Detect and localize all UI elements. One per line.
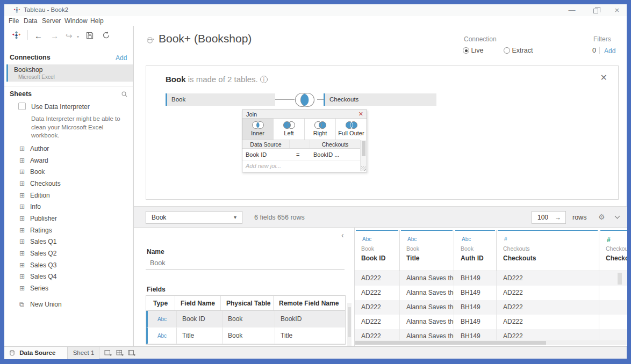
extract-radio[interactable]: Extract [504, 47, 533, 54]
save-button[interactable] [86, 32, 94, 39]
column-header-checkouts[interactable]: #CheckoutsCheckouts [599, 230, 627, 271]
sheet-item-sales-q4[interactable]: ⊞Sales Q4 [4, 271, 133, 283]
canvas-table-name: Book [166, 75, 186, 84]
connection-item-bookshop[interactable]: Bookshop Microsoft Excel [6, 64, 133, 82]
dropdown-caret-icon: ▾ [234, 212, 236, 223]
column-header-title[interactable]: AbcBookTitle [400, 230, 454, 271]
new-dashboard-button[interactable] [116, 350, 124, 356]
sheet-item-sales-q2[interactable]: ⊞Sales Q2 [4, 247, 133, 259]
status-bar: Data Source Sheet 1 [4, 346, 627, 359]
search-icon[interactable] [121, 91, 127, 97]
join-clause-left[interactable]: Book ID [246, 151, 267, 158]
string-type-icon: Abc [407, 236, 417, 242]
table-grid-icon: ⊞ [19, 227, 30, 234]
data-row: AD222Alanna Saves the DayBH149AD222 [355, 271, 627, 286]
menu-server[interactable]: Server [42, 17, 61, 25]
window-title: Tableau - Book2 [24, 6, 68, 13]
sheet-item-award[interactable]: ⊞Award [4, 155, 133, 166]
tab-sheet-1[interactable]: Sheet 1 [68, 347, 99, 359]
sheet-item-info[interactable]: ⊞Info [4, 201, 133, 213]
sheet-item-sales-q1[interactable]: ⊞Sales Q1 [4, 236, 133, 248]
new-story-button[interactable] [128, 350, 136, 356]
sheet-item-author[interactable]: ⊞Author [4, 143, 133, 155]
join-col-left-header: Data Source [242, 140, 290, 148]
menu-window[interactable]: Window [64, 17, 88, 25]
column-header-bookid-checkouts[interactable]: #CheckoutsCheckouts [497, 230, 599, 271]
new-worksheet-button[interactable] [104, 350, 112, 356]
radio-selected-icon [463, 47, 469, 54]
menu-data[interactable]: Data [24, 17, 37, 25]
chevron-down-icon[interactable] [615, 214, 620, 219]
join-type-left[interactable]: Left [274, 119, 305, 140]
table-grid-icon: ⊞ [19, 250, 30, 257]
menu-bar: File Data Server Window Help [4, 16, 627, 26]
join-dialog: Join ✕ Inner Left Right [242, 110, 367, 172]
canvas-close-icon[interactable]: ✕ [600, 72, 607, 83]
sheet-item-ratings[interactable]: ⊞Ratings [4, 224, 133, 236]
sheet-item-series[interactable]: ⊞Series [4, 282, 133, 294]
join-dialog-close-icon[interactable]: ✕ [358, 111, 363, 118]
resize-grip[interactable] [361, 166, 366, 171]
join-type-right[interactable]: Right [305, 119, 336, 140]
collapse-panel-chevron[interactable]: ‹ [341, 231, 344, 239]
column-header-book-id[interactable]: AbcBookBook ID [355, 230, 400, 271]
field-row-title[interactable]: Abc Title Book Title [146, 327, 345, 344]
join-col-right-header: Checkouts [310, 140, 360, 148]
canvas-table-checkouts[interactable]: Checkouts [324, 93, 436, 106]
sheet-item-checkouts[interactable]: ⊞Checkouts [4, 178, 133, 190]
join-venn-icon[interactable] [292, 92, 317, 108]
join-dialog-title: Join [246, 111, 257, 118]
connections-header: Connections [10, 54, 51, 61]
join-canvas: Book is made of 2 tables. i ✕ Book Check… [146, 65, 619, 200]
data-row: AD222Alanna Saves the DayBH149AD222 [355, 315, 627, 329]
redo-button[interactable]: ↪ [66, 31, 73, 41]
string-type-icon: Abc [148, 311, 177, 327]
sheet-item-edition[interactable]: ⊞Edition [4, 190, 133, 201]
full-outer-join-icon [345, 121, 358, 130]
live-radio[interactable]: Live [463, 47, 483, 54]
name-field[interactable]: Book [150, 259, 166, 267]
join-clause-right[interactable]: BookID ... [313, 151, 339, 158]
join-type-full-outer[interactable]: Full Outer [336, 119, 367, 140]
sheet-item-publisher[interactable]: ⊞Publisher [4, 213, 133, 224]
menu-help[interactable]: Help [90, 17, 104, 25]
fields-label: Fields [147, 286, 166, 293]
join-clause-operator[interactable]: = [296, 151, 299, 158]
restore-button[interactable] [588, 5, 603, 16]
canvas-description: Book is made of 2 tables. i [166, 75, 268, 84]
sheet-item-sales-q3[interactable]: ⊞Sales Q3 [4, 259, 133, 271]
join-type-inner[interactable]: Inner [242, 119, 274, 140]
row-count-input[interactable]: 100 → [532, 211, 566, 224]
info-icon[interactable]: i [260, 76, 268, 83]
table-grid-icon: ⊞ [19, 168, 30, 176]
canvas-table-book[interactable]: Book [166, 93, 275, 106]
gear-icon[interactable]: ⚙ [598, 213, 605, 221]
grid-horizontal-scrollbar[interactable] [355, 340, 627, 345]
column-header-auth-id[interactable]: AbcBookAuth ID [454, 230, 497, 271]
new-union-button[interactable]: ⧉New Union [4, 299, 133, 310]
redo-dropdown-caret-icon[interactable]: ▾ [77, 34, 79, 39]
forward-button[interactable]: → [51, 31, 59, 40]
back-button[interactable]: ← [34, 31, 42, 40]
close-button[interactable]: × [610, 5, 625, 16]
data-interpreter-checkbox[interactable] [18, 103, 26, 110]
datasource-title[interactable]: Book+ (Bookshop) [159, 32, 252, 45]
data-interpreter-label[interactable]: Use Data Interpreter [31, 103, 90, 111]
minimize-button[interactable]: — [564, 5, 579, 16]
add-connection-link[interactable]: Add [116, 54, 127, 62]
add-join-clause-row[interactable]: Add new joi... [242, 161, 360, 172]
join-clause-row[interactable]: Book ID = BookID ... [242, 149, 360, 161]
metadata-scrollbar[interactable] [347, 303, 352, 346]
table-select-dropdown[interactable]: Book ▾ [146, 211, 242, 224]
tableau-home-button[interactable] [12, 31, 21, 40]
sheet-item-book[interactable]: ⊞Book [4, 166, 133, 178]
database-icon[interactable] [147, 37, 154, 45]
menu-file[interactable]: File [9, 17, 19, 25]
table-grid-icon: ⊞ [19, 238, 30, 245]
apply-rows-arrow-icon[interactable]: → [555, 212, 561, 223]
filters-add-link[interactable]: Add [604, 47, 615, 55]
refresh-button[interactable] [102, 31, 110, 39]
tab-data-source[interactable]: Data Source [4, 347, 68, 359]
field-row-book-id[interactable]: Abc Book ID Book BookID [146, 311, 345, 327]
grid-vertical-scrollbar[interactable] [618, 273, 622, 285]
